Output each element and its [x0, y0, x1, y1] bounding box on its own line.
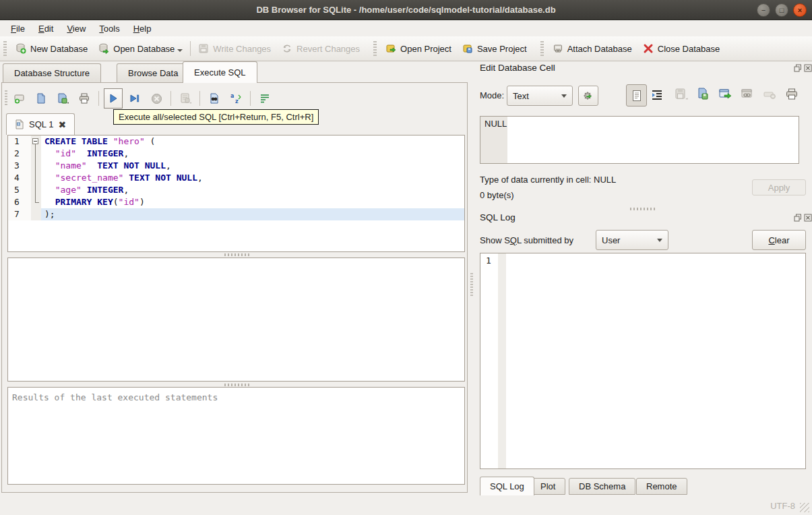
- sql-toolbar: a z: [5, 87, 274, 110]
- fold-margin: [31, 135, 41, 220]
- execute-sql-button[interactable]: [104, 88, 123, 109]
- dock-splitter-handle[interactable]: [630, 208, 657, 210]
- tab-plot[interactable]: Plot: [530, 478, 565, 495]
- log-filter-select[interactable]: User: [596, 230, 668, 250]
- editor-line[interactable]: 7);: [8, 208, 464, 220]
- save-project-button[interactable]: Save Project: [457, 40, 532, 57]
- code-text: );: [41, 208, 464, 220]
- revert-changes-button: Revert Changes: [276, 40, 365, 57]
- save-cell-button: [674, 88, 689, 103]
- sql-document-tab[interactable]: SQL 1 ✖: [6, 113, 75, 135]
- float-panel-icon[interactable]: [794, 64, 802, 72]
- close-database-icon: [643, 43, 654, 54]
- toolbar-label: New Database: [30, 44, 88, 54]
- open-database-button[interactable]: Open Database: [93, 40, 188, 57]
- toolbar-drag-handle[interactable]: [5, 90, 7, 107]
- results-message-pane[interactable]: Results of the last executed statements: [7, 387, 465, 485]
- cell-editor[interactable]: NULL: [480, 116, 799, 164]
- editor-line[interactable]: 1CREATE TABLE "hero" (: [8, 135, 464, 148]
- attach-database-button[interactable]: Attach Database: [547, 40, 637, 57]
- line-number: 4: [8, 172, 31, 184]
- close-panel-icon[interactable]: [804, 64, 812, 72]
- dock-controls: [794, 64, 812, 72]
- fold-collapse-icon[interactable]: [32, 138, 38, 144]
- auto-apply-button[interactable]: [578, 86, 598, 106]
- cell-type-info: Type of data currently in cell: NULL: [480, 175, 616, 185]
- open-project-button[interactable]: Open Project: [380, 40, 457, 57]
- document-icon: [631, 90, 642, 102]
- toolbar-drag-handle[interactable]: [540, 41, 544, 56]
- menu-view[interactable]: View: [60, 22, 92, 35]
- word-wrap-button[interactable]: [255, 88, 274, 109]
- toolbar-drag-handle[interactable]: [3, 41, 7, 56]
- chevron-down-icon[interactable]: [177, 49, 183, 52]
- print-sql-button[interactable]: [75, 88, 94, 109]
- menu-tools[interactable]: Tools: [92, 22, 126, 35]
- execute-current-line-button[interactable]: [125, 88, 144, 109]
- menu-help[interactable]: Help: [127, 22, 158, 35]
- clear-log-button[interactable]: Clear: [752, 230, 806, 250]
- close-panel-icon[interactable]: [804, 214, 812, 222]
- fold-line: [35, 144, 36, 202]
- close-database-button[interactable]: Close Database: [637, 40, 726, 57]
- format-sql-icon: a z: [230, 92, 242, 104]
- tab-browse-data[interactable]: Browse Data: [117, 63, 189, 82]
- new-database-button[interactable]: New Database: [10, 40, 93, 57]
- results-grid-pane[interactable]: [7, 258, 465, 382]
- open-sql-file-button[interactable]: [32, 88, 51, 109]
- panel-splitter-handle[interactable]: [470, 273, 473, 296]
- save-gray-icon: [674, 88, 689, 101]
- new-sql-tab-button[interactable]: [10, 88, 29, 109]
- toolbar-label: Close Database: [658, 44, 720, 54]
- maximize-icon[interactable]: □: [775, 3, 788, 17]
- cell-size-info: 0 byte(s): [480, 190, 514, 200]
- import-cell-data-button[interactable]: [696, 87, 710, 102]
- minimize-icon[interactable]: −: [757, 3, 770, 17]
- indent-button[interactable]: [650, 88, 664, 104]
- tooltip-text: Execute all/selected SQL [Ctrl+Return, F…: [119, 112, 313, 122]
- tab-database-structure[interactable]: Database Structure: [3, 63, 101, 82]
- editor-line[interactable]: 5 "age" INTEGER,: [8, 184, 464, 196]
- svg-text:a: a: [230, 93, 234, 99]
- apply-label: Apply: [768, 183, 790, 193]
- format-sql-button[interactable]: a z: [226, 88, 245, 109]
- menu-file[interactable]: File: [4, 22, 32, 35]
- find-in-sql-button[interactable]: [205, 88, 224, 109]
- splitter-handle[interactable]: [224, 253, 251, 256]
- sql-log-view[interactable]: 1: [480, 253, 806, 469]
- editor-line[interactable]: 4 "secret_name" TEXT NOT NULL,: [8, 172, 464, 184]
- find-icon: [208, 92, 220, 104]
- results-placeholder-text: Results of the last executed statements: [8, 388, 464, 407]
- set-null-button: [763, 90, 777, 102]
- menu-edit[interactable]: Edit: [32, 22, 60, 35]
- close-icon[interactable]: ×: [793, 3, 807, 17]
- export-cell-data-button[interactable]: [718, 88, 732, 102]
- splitter-handle[interactable]: [224, 384, 251, 386]
- resize-grip[interactable]: [800, 503, 809, 512]
- text-mode-button[interactable]: [626, 84, 647, 107]
- tab-sql-log[interactable]: SQL Log: [480, 477, 534, 495]
- editor-line[interactable]: 3 "name" TEXT NOT NULL,: [8, 160, 464, 172]
- edit-cell-panel-title: Edit Database Cell: [480, 63, 555, 73]
- editor-line[interactable]: 2 "id" INTEGER,: [8, 148, 464, 160]
- code-text: "age" INTEGER,: [41, 184, 464, 196]
- toolbar-label: Open Project: [400, 44, 451, 54]
- indent-icon: [650, 88, 664, 102]
- encoding-status: UTF-8: [770, 501, 795, 511]
- line-number: 7: [8, 208, 31, 220]
- sql-editor-lines: 1CREATE TABLE "hero" (2 "id" INTEGER,3 "…: [8, 135, 464, 220]
- open-database-icon: [98, 43, 109, 54]
- float-panel-icon[interactable]: [794, 214, 802, 222]
- toolbar-separator: [170, 91, 171, 106]
- print-cell-button[interactable]: [785, 88, 799, 102]
- cell-mode-select[interactable]: Text: [507, 86, 573, 106]
- tab-execute-sql[interactable]: Execute SQL: [183, 61, 257, 83]
- save-sql-file-button[interactable]: [53, 88, 72, 109]
- sql-editor[interactable]: 1CREATE TABLE "hero" (2 "id" INTEGER,3 "…: [7, 135, 465, 252]
- editor-line[interactable]: 6 PRIMARY KEY("id"): [8, 196, 464, 208]
- toolbar-drag-handle[interactable]: [373, 41, 377, 56]
- tab-remote[interactable]: Remote: [636, 478, 687, 495]
- mode-label: Mode:: [480, 90, 504, 100]
- close-sql-tab-icon[interactable]: ✖: [58, 119, 66, 130]
- tab-db-schema[interactable]: DB Schema: [569, 478, 635, 495]
